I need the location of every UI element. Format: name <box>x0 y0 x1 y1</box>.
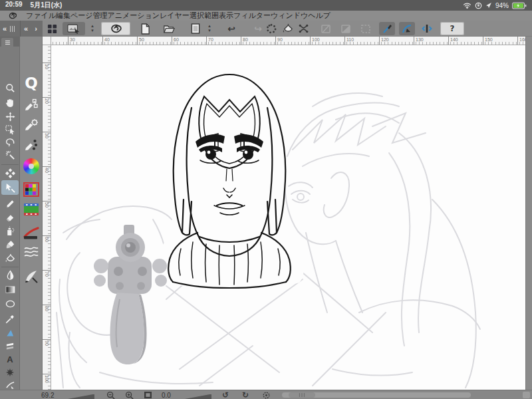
menu-item[interactable]: ページ管理 <box>70 11 108 19</box>
horizontal-scrollbar[interactable] <box>282 392 471 398</box>
menu-item[interactable]: ヘルプ <box>308 11 331 19</box>
frame-border-tool[interactable] <box>5 340 15 351</box>
vertical-scrollbar[interactable] <box>525 37 532 390</box>
scrollbar-corner[interactable] <box>523 392 530 398</box>
brush-shape-button[interactable] <box>23 225 39 241</box>
subtool-settings-button[interactable] <box>23 117 39 133</box>
clip-studio-logo-icon[interactable] <box>8 11 17 20</box>
gradient-tool[interactable] <box>5 284 15 295</box>
object-select-tool[interactable] <box>5 124 15 135</box>
help-icon[interactable]: ? <box>450 25 455 33</box>
ipad-status-bar: 20:59 5月1日(水) 94% <box>0 0 532 11</box>
eyedropper-tool[interactable] <box>5 314 15 325</box>
menu-item[interactable]: アニメーション <box>108 11 160 19</box>
zoom-out-button[interactable] <box>106 390 116 399</box>
eraser-tool[interactable] <box>5 212 15 223</box>
selection-launcher-tool[interactable] <box>5 168 15 178</box>
color-wheel-button[interactable] <box>23 158 39 174</box>
menu-item[interactable]: ウィンドウ <box>271 11 308 19</box>
quick-access-icon[interactable]: Q <box>25 76 38 91</box>
rotate-ccw-button[interactable]: ↺ <box>222 390 229 399</box>
palette-grip-icon[interactable] <box>10 26 16 32</box>
page-manager-button[interactable] <box>188 22 203 35</box>
spinner-up-icon[interactable]: ▲ <box>90 24 94 29</box>
screen-settings-button[interactable] <box>63 22 85 35</box>
page-spinner[interactable]: ▲▼ <box>205 22 214 35</box>
move-tool[interactable] <box>5 111 15 122</box>
subtool-palette-header[interactable]: « › <box>20 21 43 37</box>
brush-settings-button[interactable] <box>23 268 39 284</box>
spinner-up-icon[interactable]: ▲ <box>207 24 211 29</box>
rotate-cw-button[interactable]: ↻ <box>242 390 249 399</box>
snap-to-grid-button[interactable] <box>419 22 435 35</box>
blend-tool[interactable] <box>5 269 15 280</box>
wifi-icon <box>463 2 471 9</box>
battery-icon <box>512 2 527 9</box>
rotation-slider[interactable] <box>180 392 211 399</box>
menu-item[interactable]: 編集 <box>56 11 70 19</box>
collapse-subtools-icon[interactable]: « <box>24 25 28 33</box>
airbrush-tool[interactable] <box>5 225 15 236</box>
scrollbar-grip[interactable] <box>289 392 315 398</box>
menu-item[interactable]: 表示 <box>219 11 233 19</box>
clip-studio-home-button[interactable] <box>101 22 130 35</box>
menu-item[interactable]: レイヤー <box>160 11 190 19</box>
quick-access-button[interactable]: Q <box>23 75 39 91</box>
help-button[interactable]: ? <box>440 22 464 35</box>
redo-icon[interactable]: ↪ <box>254 24 262 33</box>
ruler-horizontal: 30405060708090100110120130140150160 <box>51 37 525 45</box>
new-file-button[interactable] <box>137 22 153 35</box>
menu-item[interactable]: フィルター <box>233 11 271 19</box>
view-spinner[interactable]: ▲▼ <box>88 22 97 35</box>
reset-view-button[interactable] <box>262 390 271 399</box>
decoration-tool[interactable] <box>5 367 15 378</box>
text-tool[interactable]: A <box>5 354 15 364</box>
collapse-tools-icon[interactable]: « <box>3 25 7 33</box>
tool-tab-icon[interactable] <box>1 38 13 47</box>
location-icon <box>485 2 492 9</box>
auto-action-button[interactable] <box>23 97 39 113</box>
ruler-label: 140 <box>450 37 458 42</box>
hand-tool[interactable] <box>5 97 15 108</box>
line-correction-tool[interactable] <box>5 380 15 390</box>
menu-item[interactable]: 選択範囲 <box>190 11 219 19</box>
timeline-button[interactable] <box>23 201 39 217</box>
pen-tool[interactable] <box>5 198 15 209</box>
undo-button[interactable]: ↩ <box>223 22 239 35</box>
text-tool-icon[interactable]: A <box>7 354 13 364</box>
brush-tool[interactable] <box>5 239 15 249</box>
figure-tool[interactable] <box>5 299 15 309</box>
snap-to-ruler-button[interactable] <box>379 22 395 35</box>
workspace-grid-button[interactable] <box>44 22 60 35</box>
tool-palette-header[interactable]: « <box>0 21 20 37</box>
layer-fill-button-disabled <box>338 22 354 35</box>
zoom-in-button[interactable] <box>125 390 134 399</box>
fill-bucket-button[interactable] <box>279 22 295 35</box>
ruler-label: 150 <box>485 37 493 42</box>
mesh-transform-button[interactable] <box>295 22 311 35</box>
scatter-erase-button[interactable] <box>263 22 279 35</box>
zoom-tool[interactable] <box>5 82 15 93</box>
operation-tool-selected[interactable] <box>5 182 15 193</box>
expand-subtools-icon[interactable]: › <box>35 25 37 33</box>
orientation-lock-icon <box>475 2 482 9</box>
ruler-label: 90 <box>277 37 283 42</box>
spinner-down-icon[interactable]: ▼ <box>207 29 211 33</box>
menu-item[interactable]: ファイル <box>26 11 56 19</box>
tool-palette-tabs[interactable] <box>0 37 20 47</box>
color-set-button[interactable] <box>23 182 39 198</box>
subtool-detail-button[interactable] <box>23 137 39 153</box>
material-coil-button[interactable] <box>23 244 39 260</box>
spinner-down-icon[interactable]: ▼ <box>90 29 94 33</box>
ruler-label: 40 <box>45 168 49 173</box>
lasso-tool[interactable] <box>5 137 15 148</box>
magic-wand-tool[interactable] <box>5 150 15 160</box>
zoom-slider[interactable] <box>63 392 94 399</box>
drawing-canvas[interactable] <box>51 45 525 390</box>
fit-to-screen-button[interactable] <box>144 390 152 399</box>
ruler-tool[interactable] <box>5 327 15 338</box>
open-file-button[interactable] <box>161 22 177 35</box>
undo-icon[interactable]: ↩ <box>227 24 235 33</box>
fill-tool[interactable] <box>5 253 15 263</box>
snap-to-special-ruler-button[interactable] <box>399 22 415 35</box>
